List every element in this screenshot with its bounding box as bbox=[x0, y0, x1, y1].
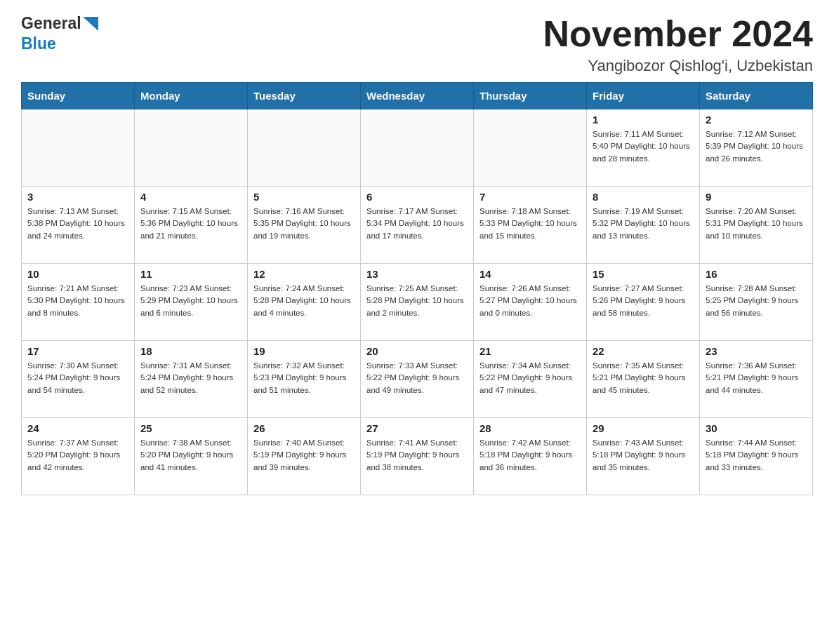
day-number: 18 bbox=[140, 345, 241, 357]
day-number: 6 bbox=[366, 191, 468, 203]
cell-week5-day5: 29Sunrise: 7:43 AM Sunset: 5:18 PM Dayli… bbox=[587, 418, 700, 495]
cell-week4-day1: 18Sunrise: 7:31 AM Sunset: 5:24 PM Dayli… bbox=[135, 341, 248, 418]
day-info: Sunrise: 7:34 AM Sunset: 5:22 PM Dayligh… bbox=[479, 360, 581, 396]
cell-week2-day1: 4Sunrise: 7:15 AM Sunset: 5:36 PM Daylig… bbox=[135, 187, 248, 264]
day-info: Sunrise: 7:17 AM Sunset: 5:34 PM Dayligh… bbox=[366, 206, 468, 242]
cell-week4-day5: 22Sunrise: 7:35 AM Sunset: 5:21 PM Dayli… bbox=[587, 341, 700, 418]
day-number: 14 bbox=[479, 268, 581, 280]
day-info: Sunrise: 7:23 AM Sunset: 5:29 PM Dayligh… bbox=[140, 283, 241, 319]
cell-week2-day3: 6Sunrise: 7:17 AM Sunset: 5:34 PM Daylig… bbox=[361, 187, 474, 264]
day-number: 27 bbox=[366, 422, 468, 434]
cell-week3-day0: 10Sunrise: 7:21 AM Sunset: 5:30 PM Dayli… bbox=[22, 264, 135, 341]
header-tuesday: Tuesday bbox=[248, 83, 361, 109]
cell-week1-day5: 1Sunrise: 7:11 AM Sunset: 5:40 PM Daylig… bbox=[587, 109, 700, 187]
day-info: Sunrise: 7:21 AM Sunset: 5:30 PM Dayligh… bbox=[27, 283, 128, 319]
cell-week2-day6: 9Sunrise: 7:20 AM Sunset: 5:31 PM Daylig… bbox=[700, 187, 813, 264]
day-number: 13 bbox=[366, 268, 468, 280]
page-header: General Blue November 2024 Yangibozor Qi… bbox=[21, 14, 813, 75]
day-info: Sunrise: 7:38 AM Sunset: 5:20 PM Dayligh… bbox=[140, 437, 241, 474]
day-number: 21 bbox=[479, 345, 581, 357]
day-info: Sunrise: 7:41 AM Sunset: 5:19 PM Dayligh… bbox=[366, 437, 468, 474]
day-header-row: Sunday Monday Tuesday Wednesday Thursday… bbox=[22, 83, 813, 109]
day-number: 11 bbox=[140, 268, 241, 280]
day-number: 26 bbox=[253, 422, 355, 434]
cell-week5-day2: 26Sunrise: 7:40 AM Sunset: 5:19 PM Dayli… bbox=[248, 418, 361, 495]
day-info: Sunrise: 7:37 AM Sunset: 5:20 PM Dayligh… bbox=[27, 437, 128, 474]
day-info: Sunrise: 7:15 AM Sunset: 5:36 PM Dayligh… bbox=[140, 206, 241, 242]
cell-week1-day1 bbox=[135, 109, 248, 187]
cell-week1-day3 bbox=[361, 109, 474, 187]
day-info: Sunrise: 7:40 AM Sunset: 5:19 PM Dayligh… bbox=[253, 437, 355, 474]
cell-week3-day6: 16Sunrise: 7:28 AM Sunset: 5:25 PM Dayli… bbox=[700, 264, 813, 341]
day-number: 12 bbox=[253, 268, 355, 280]
logo-area: General Blue bbox=[21, 14, 98, 53]
day-number: 5 bbox=[253, 191, 355, 203]
cell-week4-day2: 19Sunrise: 7:32 AM Sunset: 5:23 PM Dayli… bbox=[248, 341, 361, 418]
day-number: 25 bbox=[140, 422, 241, 434]
week-row-1: 1Sunrise: 7:11 AM Sunset: 5:40 PM Daylig… bbox=[22, 109, 813, 187]
cell-week2-day2: 5Sunrise: 7:16 AM Sunset: 5:35 PM Daylig… bbox=[248, 187, 361, 264]
cell-week2-day5: 8Sunrise: 7:19 AM Sunset: 5:32 PM Daylig… bbox=[587, 187, 700, 264]
day-number: 15 bbox=[593, 268, 694, 280]
day-number: 7 bbox=[479, 191, 581, 203]
day-info: Sunrise: 7:36 AM Sunset: 5:21 PM Dayligh… bbox=[706, 360, 807, 396]
day-number: 19 bbox=[253, 345, 355, 357]
cell-week3-day2: 12Sunrise: 7:24 AM Sunset: 5:28 PM Dayli… bbox=[248, 264, 361, 341]
cell-week4-day3: 20Sunrise: 7:33 AM Sunset: 5:22 PM Dayli… bbox=[361, 341, 474, 418]
day-number: 30 bbox=[706, 422, 807, 434]
day-info: Sunrise: 7:28 AM Sunset: 5:25 PM Dayligh… bbox=[706, 283, 807, 319]
day-number: 10 bbox=[27, 268, 128, 280]
title-area: November 2024 Yangibozor Qishlog'i, Uzbe… bbox=[543, 14, 813, 75]
cell-week1-day0 bbox=[22, 109, 135, 187]
cell-week2-day4: 7Sunrise: 7:18 AM Sunset: 5:33 PM Daylig… bbox=[474, 187, 587, 264]
svg-marker-0 bbox=[83, 17, 98, 31]
cell-week3-day3: 13Sunrise: 7:25 AM Sunset: 5:28 PM Dayli… bbox=[361, 264, 474, 341]
cell-week1-day6: 2Sunrise: 7:12 AM Sunset: 5:39 PM Daylig… bbox=[700, 109, 813, 187]
cell-week4-day6: 23Sunrise: 7:36 AM Sunset: 5:21 PM Dayli… bbox=[700, 341, 813, 418]
day-info: Sunrise: 7:33 AM Sunset: 5:22 PM Dayligh… bbox=[366, 360, 468, 396]
day-number: 2 bbox=[706, 114, 807, 126]
day-info: Sunrise: 7:42 AM Sunset: 5:18 PM Dayligh… bbox=[479, 437, 581, 474]
day-number: 3 bbox=[27, 191, 128, 203]
day-info: Sunrise: 7:13 AM Sunset: 5:38 PM Dayligh… bbox=[27, 206, 128, 242]
week-row-2: 3Sunrise: 7:13 AM Sunset: 5:38 PM Daylig… bbox=[22, 187, 813, 264]
day-number: 22 bbox=[593, 345, 694, 357]
day-number: 4 bbox=[140, 191, 241, 203]
logo-general-text: General bbox=[21, 14, 81, 33]
cell-week5-day6: 30Sunrise: 7:44 AM Sunset: 5:18 PM Dayli… bbox=[700, 418, 813, 495]
day-number: 28 bbox=[479, 422, 581, 434]
cell-week3-day4: 14Sunrise: 7:26 AM Sunset: 5:27 PM Dayli… bbox=[474, 264, 587, 341]
day-number: 16 bbox=[706, 268, 807, 280]
cell-week5-day1: 25Sunrise: 7:38 AM Sunset: 5:20 PM Dayli… bbox=[135, 418, 248, 495]
cell-week3-day5: 15Sunrise: 7:27 AM Sunset: 5:26 PM Dayli… bbox=[587, 264, 700, 341]
day-info: Sunrise: 7:35 AM Sunset: 5:21 PM Dayligh… bbox=[593, 360, 694, 396]
day-info: Sunrise: 7:11 AM Sunset: 5:40 PM Dayligh… bbox=[593, 128, 694, 165]
day-number: 1 bbox=[593, 114, 694, 126]
day-number: 8 bbox=[593, 191, 694, 203]
day-number: 20 bbox=[366, 345, 468, 357]
cell-week2-day0: 3Sunrise: 7:13 AM Sunset: 5:38 PM Daylig… bbox=[22, 187, 135, 264]
header-saturday: Saturday bbox=[700, 83, 813, 109]
cell-week1-day2 bbox=[248, 109, 361, 187]
header-sunday: Sunday bbox=[22, 83, 135, 109]
header-friday: Friday bbox=[587, 83, 700, 109]
day-info: Sunrise: 7:25 AM Sunset: 5:28 PM Dayligh… bbox=[366, 283, 468, 319]
day-info: Sunrise: 7:27 AM Sunset: 5:26 PM Dayligh… bbox=[593, 283, 694, 319]
day-info: Sunrise: 7:24 AM Sunset: 5:28 PM Dayligh… bbox=[253, 283, 355, 319]
day-number: 29 bbox=[593, 422, 694, 434]
calendar-table: Sunday Monday Tuesday Wednesday Thursday… bbox=[21, 82, 813, 495]
header-wednesday: Wednesday bbox=[361, 83, 474, 109]
cell-week4-day0: 17Sunrise: 7:30 AM Sunset: 5:24 PM Dayli… bbox=[22, 341, 135, 418]
month-title: November 2024 bbox=[543, 14, 813, 54]
day-info: Sunrise: 7:43 AM Sunset: 5:18 PM Dayligh… bbox=[593, 437, 694, 474]
cell-week4-day4: 21Sunrise: 7:34 AM Sunset: 5:22 PM Dayli… bbox=[474, 341, 587, 418]
header-thursday: Thursday bbox=[474, 83, 587, 109]
cell-week3-day1: 11Sunrise: 7:23 AM Sunset: 5:29 PM Dayli… bbox=[135, 264, 248, 341]
day-number: 23 bbox=[706, 345, 807, 357]
day-info: Sunrise: 7:30 AM Sunset: 5:24 PM Dayligh… bbox=[27, 360, 128, 396]
location-title: Yangibozor Qishlog'i, Uzbekistan bbox=[543, 57, 813, 75]
cell-week5-day4: 28Sunrise: 7:42 AM Sunset: 5:18 PM Dayli… bbox=[474, 418, 587, 495]
day-info: Sunrise: 7:20 AM Sunset: 5:31 PM Dayligh… bbox=[706, 206, 807, 242]
logo: General bbox=[21, 14, 98, 33]
cell-week5-day3: 27Sunrise: 7:41 AM Sunset: 5:19 PM Dayli… bbox=[361, 418, 474, 495]
